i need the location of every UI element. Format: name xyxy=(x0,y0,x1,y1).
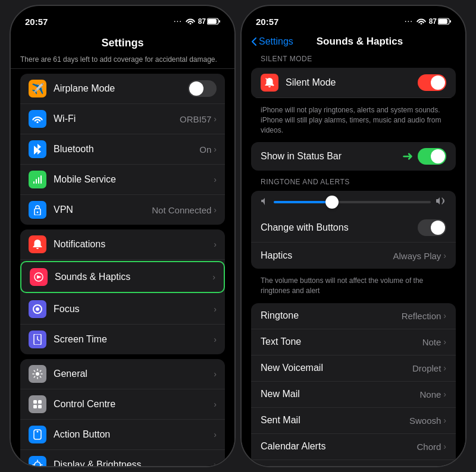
general-icon xyxy=(29,365,46,383)
volume-low-icon xyxy=(261,197,269,207)
wifi-chevron: › xyxy=(214,114,217,124)
ringtone-section-label: RINGTONE AND ALERTS xyxy=(242,175,465,188)
wifi-label: Wi-Fi xyxy=(54,114,180,124)
calendaralerts-chevron: › xyxy=(443,442,446,451)
settings-row-screentime[interactable]: Screen Time › xyxy=(20,325,225,354)
newmail-row[interactable]: New Mail None › xyxy=(251,382,456,408)
ringtone-label: Ringtone xyxy=(261,310,402,321)
display-label: Display & Brightness xyxy=(54,460,214,466)
change-with-buttons-toggle[interactable] xyxy=(418,219,446,236)
settings-row-controlcentre[interactable]: Control Centre › xyxy=(20,389,225,420)
right-phone: 20:57 ··· 87 Settings Sounds & Haptics S… xyxy=(240,5,466,467)
focus-label: Focus xyxy=(54,304,214,314)
settings-row-general[interactable]: General › xyxy=(20,359,225,389)
svg-rect-12 xyxy=(33,400,37,404)
volume-slider-fill xyxy=(274,201,328,203)
vpn-chevron: › xyxy=(214,205,217,215)
back-button[interactable]: Settings xyxy=(251,36,293,47)
controlcentre-chevron: › xyxy=(214,399,217,409)
silent-mode-group: Silent Mode xyxy=(251,68,456,98)
calendaralerts-row[interactable]: Calendar Alerts Chord › xyxy=(251,434,456,460)
settings-row-focus[interactable]: Focus › xyxy=(20,294,225,325)
settings-row-airplane[interactable]: ✈️ Airplane Mode xyxy=(20,74,225,104)
show-status-bar-toggle[interactable] xyxy=(418,148,446,165)
silent-mode-row[interactable]: Silent Mode xyxy=(251,68,456,98)
show-status-bar-label: Show in Status Bar xyxy=(261,151,402,162)
time-left: 20:57 xyxy=(25,17,48,27)
newmail-chevron: › xyxy=(443,389,446,399)
settings-page-title: Settings xyxy=(11,32,234,52)
wifi-value: ORBI57 xyxy=(180,114,211,124)
haptics-row[interactable]: Haptics Always Play › xyxy=(251,243,456,269)
silent-mode-label: Silent Mode xyxy=(286,77,418,88)
change-with-buttons-row[interactable]: Change with Buttons xyxy=(251,213,456,243)
bluetooth-label: Bluetooth xyxy=(54,144,199,155)
show-status-bar-row[interactable]: Show in Status Bar ➜ xyxy=(251,142,456,171)
sentmail-chevron: › xyxy=(443,416,446,425)
ringtone-row[interactable]: Ringtone Reflection › xyxy=(251,303,456,329)
texttone-row[interactable]: Text Tone Note › xyxy=(251,329,456,355)
svg-rect-14 xyxy=(33,405,37,408)
ringtone-group: Change with Buttons Haptics Always Play … xyxy=(251,191,456,269)
ringtone-subtext: The volume buttons will not affect the v… xyxy=(242,273,465,301)
dynamic-island-right xyxy=(318,11,389,31)
wifi-row-icon xyxy=(29,110,46,128)
vpn-icon xyxy=(29,201,46,219)
mobile-chevron: › xyxy=(214,175,217,184)
settings-row-display[interactable]: Display & Brightness › xyxy=(20,450,225,466)
tones-group: Ringtone Reflection › Text Tone Note › N… xyxy=(251,303,456,466)
wifi-icon-right xyxy=(416,17,426,26)
newvoicemail-row[interactable]: New Voicemail Droplet › xyxy=(251,355,456,382)
ringtone-chevron: › xyxy=(443,311,446,320)
reminderalerts-row[interactable]: Reminder Alerts Chord › xyxy=(251,460,456,466)
settings-row-vpn[interactable]: VPN Not Connected › xyxy=(20,195,225,225)
settings-row-bluetooth[interactable]: Bluetooth On › xyxy=(20,134,225,165)
svg-point-18 xyxy=(35,462,40,466)
texttone-label: Text Tone xyxy=(261,336,422,347)
coverage-banner: There are 61 days left to add coverage f… xyxy=(11,52,234,69)
settings-row-actionbutton[interactable]: Action Button › xyxy=(20,420,225,450)
dots-icon: ··· xyxy=(174,18,182,25)
settings-row-wifi[interactable]: Wi-Fi ORBI57 › xyxy=(20,104,225,134)
svg-rect-3 xyxy=(33,181,35,184)
controlcentre-icon xyxy=(29,395,46,413)
svg-rect-2 xyxy=(219,20,220,23)
svg-rect-13 xyxy=(38,400,42,404)
sounds-chevron: › xyxy=(212,272,215,282)
notifications-icon xyxy=(29,235,46,253)
ringtone-value: Reflection xyxy=(402,311,441,321)
general-chevron: › xyxy=(214,369,217,379)
newvoicemail-label: New Voicemail xyxy=(261,363,412,373)
airplane-toggle[interactable] xyxy=(188,80,217,97)
settings-group-1: ✈️ Airplane Mode Wi-Fi ORBI57 › Bluetoot… xyxy=(20,74,225,225)
screentime-label: Screen Time xyxy=(54,334,214,345)
mobile-label: Mobile Service xyxy=(54,174,214,185)
bluetooth-icon xyxy=(29,140,46,158)
green-arrow-icon: ➜ xyxy=(402,149,413,164)
svg-rect-24 xyxy=(450,20,451,23)
volume-slider-row[interactable] xyxy=(251,191,456,213)
svg-point-8 xyxy=(37,212,39,213)
wifi-icon xyxy=(186,17,195,26)
svg-rect-4 xyxy=(36,179,37,184)
silent-mode-toggle[interactable] xyxy=(418,74,446,91)
battery-icon-right: 87 xyxy=(429,17,451,26)
settings-row-sounds[interactable]: Sounds & Haptics › xyxy=(20,261,225,293)
haptics-chevron: › xyxy=(443,251,446,260)
change-with-buttons-label: Change with Buttons xyxy=(261,222,418,233)
volume-slider-thumb[interactable] xyxy=(325,196,339,209)
settings-row-notifications[interactable]: Notifications › xyxy=(20,229,225,260)
bluetooth-chevron: › xyxy=(214,144,217,154)
settings-row-mobile[interactable]: Mobile Service › xyxy=(20,165,225,195)
volume-slider-track[interactable] xyxy=(274,201,431,203)
sentmail-row[interactable]: Sent Mail Swoosh › xyxy=(251,408,456,434)
focus-icon xyxy=(29,300,46,318)
silent-mode-subtext: iPhone will not play ringtones, alerts a… xyxy=(242,103,465,140)
notifications-chevron: › xyxy=(214,240,217,249)
sounds-header: Settings Sounds & Haptics xyxy=(242,32,465,52)
newvoicemail-value: Droplet xyxy=(412,363,441,373)
svg-rect-23 xyxy=(439,19,447,24)
settings-group-2: Notifications › Sounds & Haptics › Focus… xyxy=(20,229,225,354)
actionbutton-icon xyxy=(29,426,46,443)
silent-mode-section-label: SILENT MODE xyxy=(242,52,465,65)
